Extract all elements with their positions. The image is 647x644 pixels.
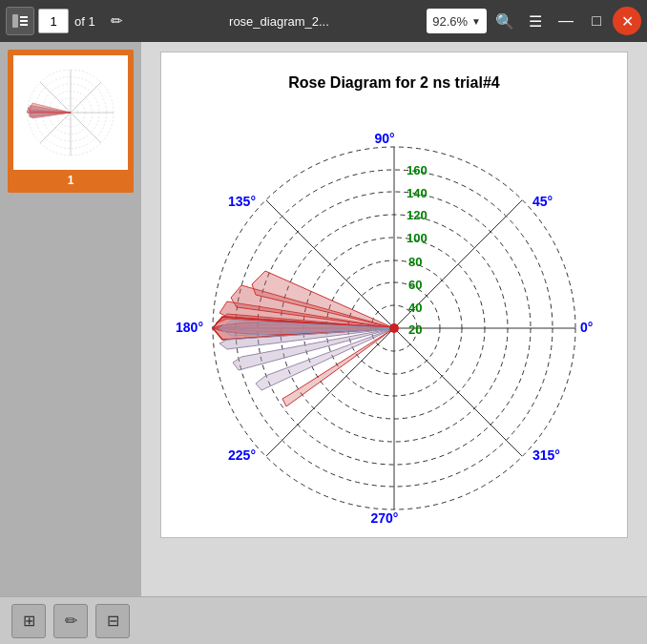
radius-label-120: 120: [407, 208, 428, 222]
radius-label-100: 100: [407, 231, 428, 245]
angle-135-label: 135°: [228, 194, 256, 209]
main-content: 1 Rose Diagram for 2 ns trial#4: [0, 42, 647, 596]
edit-icon: ✏: [65, 612, 77, 630]
close-icon: ✕: [621, 12, 634, 31]
search-icon: 🔍: [495, 12, 514, 31]
toolbar-icons: 🔍 ☰ — □ ✕: [490, 7, 641, 35]
page-navigation: of 1: [38, 9, 99, 33]
canvas-area: Rose Diagram for 2 ns trial#4 20: [141, 42, 647, 596]
minimize-icon: —: [558, 12, 574, 30]
rose-diagram-svg: Rose Diagram for 2 ns trial#4 20: [170, 61, 618, 529]
menu-button[interactable]: ☰: [521, 7, 550, 35]
svg-rect-2: [20, 20, 28, 22]
angle-270-label: 270°: [371, 510, 399, 526]
grid-view-button[interactable]: ⊞: [11, 604, 46, 638]
radius-label-140: 140: [407, 186, 428, 200]
edit-view-button[interactable]: ✏: [53, 604, 88, 638]
radius-label-160: 160: [407, 163, 428, 177]
center-dot: [389, 323, 399, 333]
diagram-title: Rose Diagram for 2 ns trial#4: [288, 74, 500, 91]
angle-315-label: 315°: [532, 447, 560, 463]
angle-45-label: 45°: [532, 194, 553, 209]
zoom-level-label: 92.6%: [432, 14, 468, 29]
diagram-box: Rose Diagram for 2 ns trial#4 20: [160, 52, 628, 538]
sidebar-toggle-icon: [12, 14, 28, 28]
thumbnail-svg: [18, 60, 123, 165]
bottom-bar: ⊞ ✏ ⊟: [0, 596, 647, 644]
radius-label-40: 40: [408, 301, 422, 315]
close-button[interactable]: ✕: [613, 7, 641, 35]
maximize-icon: □: [592, 12, 601, 30]
maximize-button[interactable]: □: [582, 7, 611, 35]
page-of-label: of 1: [74, 14, 95, 29]
grid-icon: ⊞: [23, 612, 35, 630]
radius-label-20: 20: [408, 322, 422, 337]
zoom-control[interactable]: 92.6% ▼: [427, 9, 487, 33]
angle-180-label: 180°: [176, 320, 203, 335]
file-title: rose_diagram_2...: [143, 14, 416, 29]
page-number-input[interactable]: [38, 9, 69, 33]
edit-button[interactable]: ✏: [103, 7, 132, 35]
svg-rect-1: [20, 16, 28, 18]
search-button[interactable]: 🔍: [490, 7, 519, 35]
radius-label-80: 80: [408, 255, 422, 269]
svg-rect-0: [12, 14, 18, 28]
thumbnail-image: [13, 55, 128, 170]
angle-90-label: 90°: [374, 131, 394, 146]
menu-icon: ☰: [529, 12, 542, 31]
thumbnail-container[interactable]: 1: [8, 50, 134, 193]
thumbnail-label: 1: [13, 174, 128, 187]
zoom-caret-icon: ▼: [471, 16, 481, 27]
svg-rect-3: [20, 24, 28, 26]
toolbar-left: of 1 ✏: [6, 7, 132, 35]
layout-icon: ⊟: [107, 612, 119, 630]
toolbar: of 1 ✏ rose_diagram_2... 92.6% ▼ 🔍 ☰ — □…: [0, 0, 647, 42]
angle-0-label: 0°: [580, 320, 593, 335]
radius-label-60: 60: [408, 278, 422, 292]
layout-view-button[interactable]: ⊟: [95, 604, 130, 638]
sidebar-toggle-button[interactable]: [6, 7, 34, 35]
angle-225-label: 225°: [228, 447, 256, 463]
sidebar: 1: [0, 42, 141, 596]
minimize-button[interactable]: —: [552, 7, 580, 35]
